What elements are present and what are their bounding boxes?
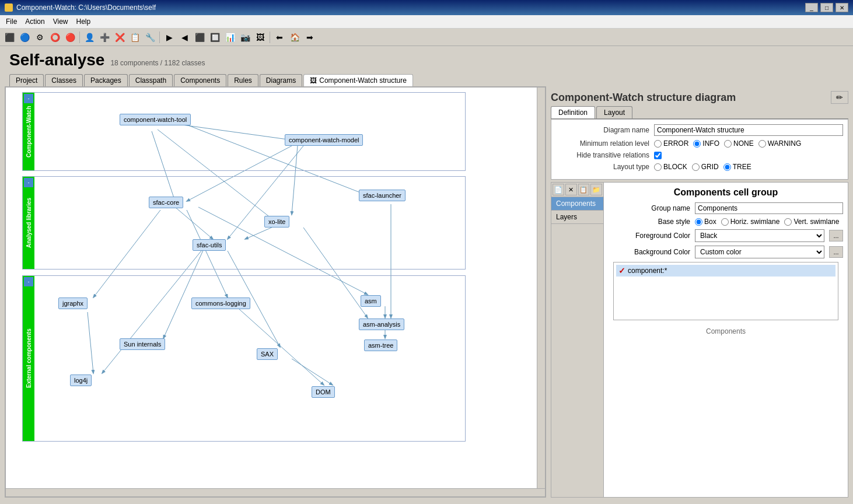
toolbar-btn-13[interactable]: ⬛ [193,30,207,44]
panel-tab-layout[interactable]: Layout [596,106,632,118]
menu-action[interactable]: Action [22,16,48,27]
node-DOM[interactable]: DOM [312,386,335,398]
toolbar-sep-3 [270,32,270,43]
layers-tool-new[interactable]: 📄 [553,184,564,195]
diagram-name-label: Diagram name [556,126,649,134]
tab-packages[interactable]: Packages [84,74,128,86]
tab-rules[interactable]: Rules [228,74,258,86]
toolbar-back[interactable]: ⬅ [272,30,286,44]
main-layout: - Component-Watch - Analysed libraries -… [0,86,853,502]
layers-tool-copy[interactable]: 📋 [578,184,590,195]
panel-tab-definition[interactable]: Definition [551,106,595,118]
tab-components[interactable]: Components [174,74,226,86]
toolbar-btn-8[interactable]: ❌ [113,30,127,44]
minimize-button[interactable]: _ [805,3,818,12]
collapse-al[interactable]: - [24,178,33,187]
layers-item-components[interactable]: Components [551,197,603,211]
bg-color-pick-button[interactable]: ... [829,246,843,258]
close-button[interactable]: ✕ [835,3,848,12]
toolbar-btn-6[interactable]: 👤 [82,30,96,44]
toolbar-btn-14[interactable]: 🔲 [208,30,222,44]
layers-sidebar: 📄 ✕ 📋 📁 Components Layers [551,183,604,497]
node-commons-logging[interactable]: commons-logging [191,298,250,309]
toolbar-btn-17[interactable]: 🖼 [253,30,267,44]
node-asm-analysis[interactable]: asm-analysis [359,318,404,330]
radio-vert-swim[interactable]: Vert. swimlane [784,218,839,226]
node-asm-tree[interactable]: asm-tree [364,340,397,351]
toolbar-btn-10[interactable]: 🔧 [143,30,157,44]
edit-diagram-button[interactable]: ✏ [831,91,848,104]
radio-warning[interactable]: WARNING [758,139,802,148]
node-sfac-core[interactable]: sfac-core [149,197,183,208]
radio-error[interactable]: ERROR [654,139,688,148]
node-asm[interactable]: asm [361,295,381,307]
app-title: Self-analyse [9,51,104,69]
tab-classpath[interactable]: Classpath [129,74,173,86]
toolbar-forward[interactable]: ➡ [303,30,317,44]
menu-file[interactable]: File [2,16,20,27]
radio-grid[interactable]: GRID [692,163,719,171]
toolbar-btn-15[interactable]: 📊 [223,30,237,44]
diagram-scrollbar-h[interactable] [6,488,545,496]
toolbar-btn-11[interactable]: ▶ [162,30,176,44]
tab-diagrams[interactable]: Diagrams [260,74,302,86]
toolbar-btn-5[interactable]: 🔴 [63,30,77,44]
maximize-button[interactable]: □ [820,3,833,12]
bottom-section: 📄 ✕ 📋 📁 Components Layers Components cel… [551,182,848,498]
collapse-cw[interactable]: - [24,94,33,103]
menu-view[interactable]: View [50,16,72,27]
toolbar-btn-2[interactable]: 🔵 [18,30,32,44]
pattern-item-component[interactable]: ✓ component:* [616,265,835,276]
fg-color-pick-button[interactable]: ... [829,230,843,242]
tab-classes[interactable]: Classes [45,74,83,86]
layers-tool-folder[interactable]: 📁 [590,184,602,195]
diagram-scrollbar-v[interactable] [537,88,545,496]
node-SAX[interactable]: SAX [257,348,278,360]
node-cwm[interactable]: component-watch-model [285,134,363,146]
layers-tool-delete[interactable]: ✕ [565,184,577,195]
toolbar-btn-12[interactable]: ◀ [177,30,191,44]
bg-color-select[interactable]: Custom color Black White Blue [695,246,824,258]
collapse-ec[interactable]: - [24,277,33,286]
cell-group-name-input[interactable] [695,202,843,214]
tab-project[interactable]: Project [9,74,44,86]
node-sun-internals[interactable]: Sun internals [120,338,165,350]
radio-none[interactable]: NONE [724,139,754,148]
window-controls[interactable]: _ □ ✕ [805,3,848,12]
toolbar-btn-16[interactable]: 📷 [238,30,252,44]
toolbar-btn-1[interactable]: ⬛ [2,30,16,44]
node-cwt[interactable]: component-watch-tool [120,114,191,125]
toolbar-btn-3[interactable]: ⚙ [33,30,47,44]
diagram-name-input[interactable] [654,124,843,136]
radio-box[interactable]: Box [695,218,716,226]
hide-transitive-checkbox[interactable] [654,152,662,159]
radio-tree[interactable]: TREE [723,163,751,171]
node-sfac-utils[interactable]: sfac-utils [193,239,226,251]
toolbar-home[interactable]: 🏠 [288,30,302,44]
app-icon [5,4,13,12]
components-bottom-label: Components [609,325,843,338]
fg-color-select[interactable]: Black White Red Blue Custom color [695,229,824,242]
cell-group-name-label: Group name [609,204,690,212]
layers-item-layers[interactable]: Layers [551,211,603,224]
node-xo-lite[interactable]: xo-lite [264,216,289,228]
radio-block[interactable]: BLOCK [654,163,687,171]
right-panel: Component-Watch structure diagram ✏ Defi… [551,86,848,498]
node-log4j[interactable]: log4j [70,374,92,386]
group-label-cw: Component-Watch [23,93,34,170]
diagram-panel[interactable]: - Component-Watch - Analysed libraries -… [5,86,546,498]
toolbar-btn-7[interactable]: ➕ [97,30,111,44]
form-row-hide-transitive: Hide transitive relations [556,151,843,159]
radio-info[interactable]: INFO [693,139,719,148]
node-sfac-launcher[interactable]: sfac-launcher [359,190,405,201]
node-jgraphx[interactable]: jgraphx [58,298,88,309]
min-relation-radio-group: ERROR INFO NONE WARNING [654,139,801,148]
cell-row-group-name: Group name [609,202,843,214]
definition-panel: Diagram name Minimum relation level ERRO… [551,119,848,180]
radio-horiz-swim[interactable]: Horiz. swimlane [721,218,780,226]
min-relation-label: Minimum relation level [556,139,649,148]
tab-cw-structure[interactable]: 🖼 Component-Watch structure [303,74,413,86]
menu-help[interactable]: Help [73,16,95,27]
toolbar-btn-4[interactable]: ⭕ [48,30,62,44]
toolbar-btn-9[interactable]: 📋 [128,30,142,44]
